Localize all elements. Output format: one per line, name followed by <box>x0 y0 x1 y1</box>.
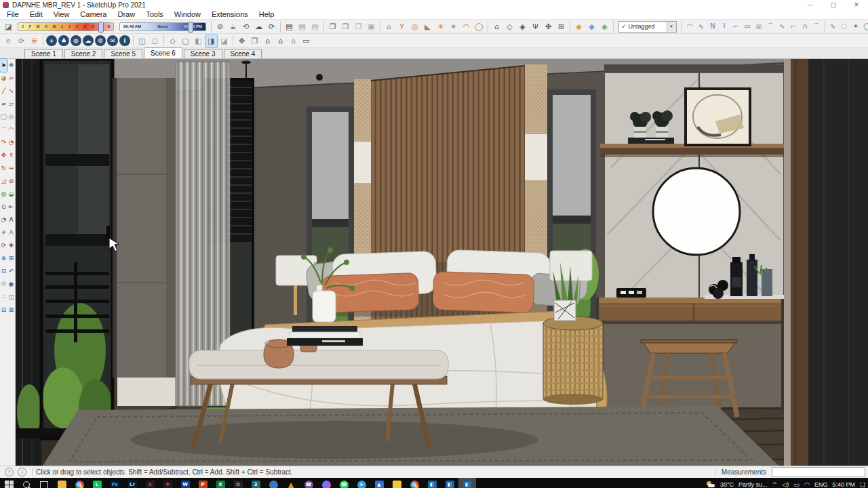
info-icon[interactable]: i <box>18 468 26 476</box>
bezier-corner-icon[interactable]: ⌐ <box>730 20 742 33</box>
bezier-sine-icon[interactable]: ∿ <box>776 20 788 33</box>
tool-scale[interactable]: ◿ <box>0 175 7 188</box>
tool-push-pull[interactable]: ⇑ <box>7 149 15 162</box>
home-icon[interactable]: ⌂ <box>261 35 274 47</box>
minimize-button[interactable]: — <box>799 0 822 9</box>
back-edges-style-icon[interactable]: ◻ <box>149 35 161 47</box>
no-shadow-icon[interactable]: ⊘ <box>214 20 226 33</box>
tool-look-around[interactable]: ◉ <box>7 278 15 291</box>
notification-icon[interactable]: ❏ <box>860 481 865 488</box>
vertex-ring-icon[interactable]: ◯ <box>862 20 868 33</box>
volume-icon[interactable]: ◁) <box>782 481 789 488</box>
bezier-cap-icon[interactable]: ∩ <box>800 20 811 33</box>
tool-move[interactable]: ✥ <box>0 149 7 162</box>
app-telegram[interactable]: ➤ <box>353 478 370 488</box>
add-location-icon[interactable]: + <box>46 35 57 46</box>
app-autocad[interactable]: A <box>141 478 159 488</box>
mail-icon[interactable]: ✉ <box>107 35 118 46</box>
app-file-explorer[interactable] <box>53 478 71 488</box>
app-blue-circle[interactable] <box>264 478 282 488</box>
render-teapot-icon[interactable]: ☕ <box>226 20 239 33</box>
tool-orbit[interactable]: ⟳ <box>0 239 7 252</box>
ring-tool-icon[interactable]: ◯ <box>473 20 486 33</box>
tray-temperature[interactable]: 30°C <box>720 481 734 488</box>
weather-icon[interactable] <box>706 481 715 488</box>
lock-home-icon[interactable]: ⌂ <box>274 35 287 47</box>
awning-tool-icon[interactable]: ⌂ <box>490 20 503 33</box>
tool-dimension[interactable]: ⇤ <box>7 201 15 214</box>
clock[interactable]: 5:40 PM <box>832 481 855 488</box>
box-tool-icon[interactable]: ◇ <box>503 20 516 33</box>
tool-ellipse[interactable]: ◎ <box>7 110 15 123</box>
box-export-tool-icon[interactable]: ◈ <box>516 20 529 33</box>
tool-zoom-extents[interactable]: ⊡ <box>0 265 7 278</box>
bevel-tool-icon[interactable]: ◣ <box>421 20 434 33</box>
app-photoshop[interactable]: Ps <box>106 478 123 488</box>
enscape-sync-icon[interactable]: ⟳ <box>15 35 28 47</box>
tool-three-point-arc[interactable]: ↷ <box>0 136 7 149</box>
menu-extensions[interactable]: Extensions <box>206 9 254 19</box>
solid-union-icon[interactable]: ◆ <box>572 20 585 33</box>
tool-axes[interactable]: ✳ <box>0 226 7 239</box>
app-sticky-notes[interactable] <box>388 478 406 488</box>
app-acrobat[interactable]: ✱ <box>159 478 176 488</box>
tool-section-display[interactable]: ⊟ <box>0 304 7 317</box>
grid-box-tool-icon[interactable]: ⊞ <box>555 20 568 33</box>
tool-section-plane[interactable]: ◫ <box>7 291 15 304</box>
app-word[interactable]: W <box>176 478 194 488</box>
tool-section-cut-display[interactable]: ⊠ <box>7 304 15 317</box>
app-sketchup-1[interactable]: ◧ <box>423 478 441 488</box>
app-lightroom[interactable]: Lr <box>123 478 141 488</box>
pine-tool-icon[interactable]: ✳ <box>434 20 447 33</box>
measurements-input[interactable] <box>772 467 865 477</box>
vertex-wave-icon[interactable]: ∿ <box>827 20 839 33</box>
close-button[interactable]: ✕ <box>845 0 868 9</box>
torus-tool-icon[interactable]: ◎ <box>408 20 421 33</box>
grass-tool-icon[interactable]: Ψ <box>529 20 542 33</box>
tray-chevron-icon[interactable]: ^ <box>772 481 778 488</box>
tool-follow-me[interactable]: ↪ <box>7 162 15 175</box>
scene-tab-scene-6[interactable]: Scene 6 <box>144 47 182 58</box>
house-outline-icon[interactable]: ⌂ <box>287 35 300 47</box>
tool-walk[interactable]: ∴ <box>0 291 7 304</box>
shadow-time-slider[interactable]: 06:43 AM Noon 04:45 PM <box>119 22 206 31</box>
bezier-curve-icon[interactable]: ⌒ <box>765 20 776 33</box>
xray-style-icon[interactable]: ◫ <box>136 35 149 47</box>
tool-two-point-arc[interactable]: ◠ <box>7 123 15 136</box>
viewport-3d-scene[interactable] <box>16 59 868 466</box>
tool-circle[interactable]: ◯ <box>0 110 7 123</box>
bezier-rect-icon[interactable]: ▭ <box>742 20 753 33</box>
wireframe-style-icon[interactable]: ◇ <box>166 35 179 47</box>
task-view-button[interactable] <box>35 478 53 488</box>
shadow-date-slider[interactable]: JFMAMJJASOND <box>18 22 114 31</box>
app-powerpoint[interactable]: P <box>194 478 212 488</box>
render-cloud-icon[interactable]: ☁ <box>252 20 265 33</box>
vertex-key-icon[interactable]: ✦ <box>850 20 862 33</box>
tool-text[interactable]: A <box>7 214 15 226</box>
scene-tab-scene-4[interactable]: Scene 4 <box>224 49 262 58</box>
tool-paint-bucket[interactable]: ◕ <box>0 72 7 85</box>
maximize-button[interactable]: ▢ <box>822 0 845 9</box>
tool-protractor[interactable]: ◔ <box>0 214 7 226</box>
tool-select[interactable]: ➤ <box>0 59 7 72</box>
hidden-line-style-icon[interactable]: ▢ <box>179 35 192 47</box>
tray-weather-text[interactable]: Partly su... <box>738 481 768 488</box>
app-excel[interactable]: X <box>212 478 229 488</box>
leaf-tool-icon[interactable]: ✤ <box>542 20 555 33</box>
app-messenger[interactable] <box>317 478 335 488</box>
viewport[interactable] <box>16 59 868 466</box>
scene-tab-scene-3[interactable]: Scene 3 <box>184 49 222 58</box>
style-window-3-icon[interactable]: ❐ <box>352 20 365 33</box>
style-window-2-icon[interactable]: ❐ <box>339 20 352 33</box>
menu-file[interactable]: File <box>1 9 24 19</box>
vertex-circle-icon[interactable]: ◌ <box>839 20 850 33</box>
tool-pie[interactable]: ◔ <box>7 136 15 149</box>
search-button[interactable] <box>18 478 35 488</box>
menu-window[interactable]: Window <box>169 9 206 19</box>
goblet-tool-icon[interactable]: Y <box>395 20 408 33</box>
menu-view[interactable]: View <box>48 9 75 19</box>
help-icon[interactable]: ? <box>5 468 14 476</box>
monochrome-style-icon[interactable]: ◪ <box>218 35 231 47</box>
enscape-start-icon[interactable]: e <box>2 35 15 47</box>
tool-rectangle[interactable]: ▰ <box>0 98 7 110</box>
